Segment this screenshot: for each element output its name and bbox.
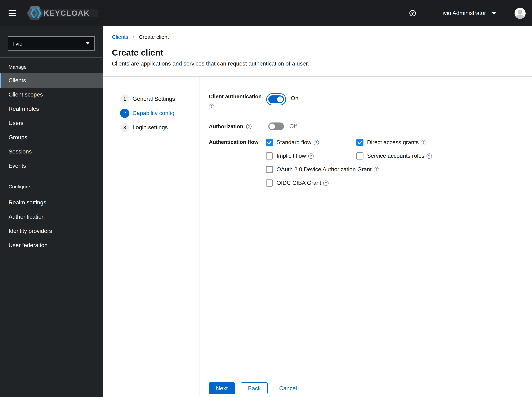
nav-section-configure: Configure xyxy=(0,173,103,193)
capability-config-form: Client authentication ? On Authorization xyxy=(200,77,532,397)
step-label: Login settings xyxy=(133,124,168,131)
next-button[interactable]: Next xyxy=(209,382,235,394)
authorization-label: Authorization xyxy=(209,123,243,130)
sidebar-item-events[interactable]: Events xyxy=(0,159,103,173)
oidc-ciba-grant-help-icon[interactable]: ? xyxy=(323,180,329,186)
step-label: General Settings xyxy=(133,96,175,102)
authentication-flow-label: Authentication flow xyxy=(209,139,258,145)
client-authentication-row: Client authentication ? On xyxy=(209,93,532,109)
checkbox-direct-access-grants: Direct access grants ? xyxy=(356,139,426,146)
service-accounts-roles-checkbox[interactable] xyxy=(356,152,363,160)
client-authentication-help-icon[interactable]: ? xyxy=(209,104,214,109)
authorization-row: Authorization ? Off xyxy=(209,121,532,131)
checkbox-implicit-flow: Implicit flow ? xyxy=(266,152,356,160)
main-content: Clients › Create client Create client Cl… xyxy=(103,26,532,397)
client-authentication-label: Client authentication xyxy=(209,93,266,100)
realm-selector[interactable]: livio xyxy=(8,36,95,50)
implicit-flow-label: Implicit flow xyxy=(277,153,306,159)
user-menu-label[interactable]: livio Administrator xyxy=(441,10,486,16)
authorization-state: Off xyxy=(289,123,297,130)
keycloak-logo: KEYCLOAK xyxy=(27,5,98,21)
nav-section-manage: Manage xyxy=(0,58,103,73)
oauth-device-grant-help-icon[interactable]: ? xyxy=(374,167,379,172)
check-icon xyxy=(357,140,362,145)
step-number: 3 xyxy=(120,123,129,132)
standard-flow-checkbox[interactable] xyxy=(266,139,273,146)
wizard-steps-nav: 1 General Settings 2 Capability config 3… xyxy=(103,77,200,397)
sidebar-item-sessions[interactable]: Sessions xyxy=(0,145,103,159)
service-accounts-roles-help-icon[interactable]: ? xyxy=(426,153,432,159)
checkbox-service-accounts-roles: Service accounts roles ? xyxy=(356,152,432,160)
direct-access-grants-checkbox[interactable] xyxy=(356,139,363,146)
oauth-device-grant-label: OAuth 2.0 Device Authorization Grant xyxy=(277,166,372,173)
page-title: Create client xyxy=(112,48,518,58)
wizard-footer: Next Back Cancel xyxy=(200,382,532,397)
sidebar-item-users[interactable]: Users xyxy=(0,116,103,130)
realm-selector-value: livio xyxy=(13,40,22,46)
authentication-flow-options: Standard flow ? Direct access grants xyxy=(266,138,432,193)
sidebar-item-clients[interactable]: Clients xyxy=(0,73,103,87)
wizard-step-general-settings[interactable]: 1 General Settings xyxy=(120,94,200,104)
keycloak-logo-image: KEYCLOAK xyxy=(27,5,98,21)
wizard-step-capability-config[interactable]: 2 Capability config xyxy=(120,109,200,118)
avatar[interactable] xyxy=(514,8,526,19)
realm-selector-caret-icon xyxy=(86,42,89,44)
header-actions: ? livio Administrator xyxy=(409,8,526,19)
nav-section-divider xyxy=(0,193,103,193)
breadcrumb: Clients › Create client xyxy=(112,34,518,40)
person-icon xyxy=(514,8,526,19)
oidc-ciba-grant-checkbox[interactable] xyxy=(266,180,273,186)
back-button[interactable]: Back xyxy=(241,382,268,394)
step-number: 1 xyxy=(120,94,129,104)
breadcrumb-chevron-icon: › xyxy=(133,34,134,40)
checkbox-oidc-ciba-grant: OIDC CIBA Grant ? xyxy=(266,180,329,186)
sidebar-item-realm-settings[interactable]: Realm settings xyxy=(0,195,103,210)
page-subtitle: Clients are applications and services th… xyxy=(112,61,518,76)
realm-selector-block: livio xyxy=(0,26,103,58)
standard-flow-label: Standard flow xyxy=(277,139,311,146)
masthead: KEYCLOAK ? livio Administrator xyxy=(0,0,532,26)
oidc-ciba-grant-label: OIDC CIBA Grant xyxy=(277,180,321,186)
cancel-button[interactable]: Cancel xyxy=(279,385,297,391)
checkbox-standard-flow: Standard flow ? xyxy=(266,139,356,146)
wizard-step-login-settings[interactable]: 3 Login settings xyxy=(120,123,200,132)
help-icon[interactable]: ? xyxy=(409,10,416,16)
svg-text:KEYCLOAK: KEYCLOAK xyxy=(44,9,90,17)
authentication-flow-row: Authentication flow Standard flow xyxy=(209,138,532,193)
client-authentication-state: On xyxy=(291,95,298,101)
hamburger-menu-icon[interactable] xyxy=(9,10,16,16)
implicit-flow-checkbox[interactable] xyxy=(266,152,273,160)
breadcrumb-clients-link[interactable]: Clients xyxy=(112,34,128,40)
service-accounts-roles-label: Service accounts roles xyxy=(367,153,424,159)
sidebar-item-authentication[interactable]: Authentication xyxy=(0,210,103,224)
client-authentication-toggle[interactable] xyxy=(268,95,284,103)
standard-flow-help-icon[interactable]: ? xyxy=(314,140,319,145)
step-number: 2 xyxy=(120,109,129,118)
step-label: Capability config xyxy=(133,110,174,116)
user-menu-caret-icon[interactable] xyxy=(492,12,496,14)
checkbox-oauth-device-grant: OAuth 2.0 Device Authorization Grant ? xyxy=(266,166,379,173)
sidebar-item-groups[interactable]: Groups xyxy=(0,130,103,145)
direct-access-grants-help-icon[interactable]: ? xyxy=(421,140,426,145)
direct-access-grants-label: Direct access grants xyxy=(367,139,419,146)
sidebar-item-realm-roles[interactable]: Realm roles xyxy=(0,102,103,116)
authorization-help-icon[interactable]: ? xyxy=(246,124,251,129)
oauth-device-grant-checkbox[interactable] xyxy=(266,166,273,173)
sidebar-item-client-scopes[interactable]: Client scopes xyxy=(0,87,103,102)
implicit-flow-help-icon[interactable]: ? xyxy=(308,153,313,159)
check-icon xyxy=(267,140,272,145)
sidebar-item-user-federation[interactable]: User federation xyxy=(0,238,103,252)
breadcrumb-current: Create client xyxy=(139,34,169,40)
sidebar-item-identity-providers[interactable]: Identity providers xyxy=(0,224,103,238)
sidebar: livio Manage Clients Client scopes Realm… xyxy=(0,26,103,397)
keycloak-admin-console: KEYCLOAK ? livio Administrator livio xyxy=(0,0,532,397)
authorization-toggle[interactable] xyxy=(268,123,284,130)
page-header: Clients › Create client Create client Cl… xyxy=(103,26,532,77)
